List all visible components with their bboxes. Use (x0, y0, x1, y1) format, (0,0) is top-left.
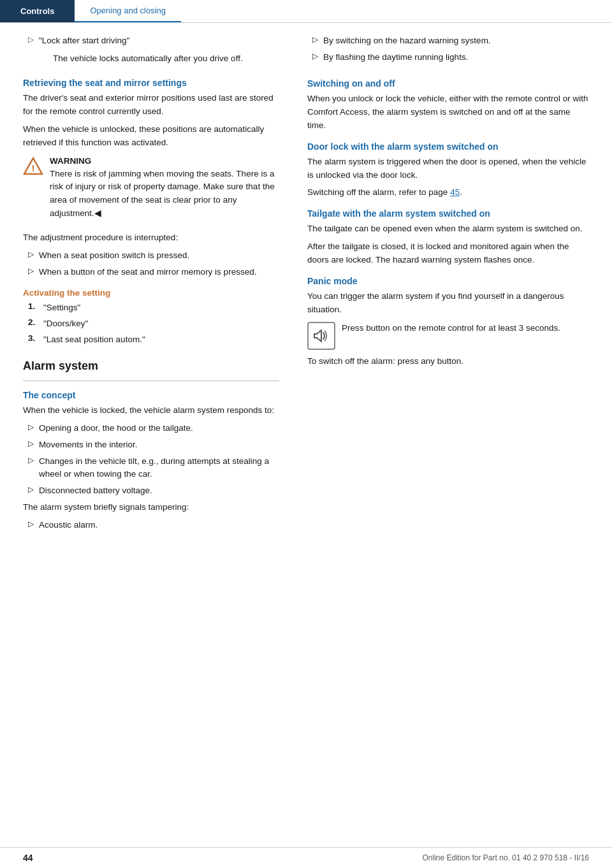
step-1-text: "Settings" (43, 301, 80, 315)
door-lock-page-link[interactable]: 45 (450, 187, 460, 197)
step-2: 2. "Doors/key" (23, 317, 279, 331)
concept-arrow-2-icon: ▷ (28, 456, 34, 465)
warning-triangle-icon: ! (23, 156, 43, 177)
door-lock-switching-off: Switching off the alarm, refer to page 4… (307, 186, 589, 199)
tailgate-body1: The tailgate can be opened even when the… (307, 222, 589, 236)
tampering-bullet-0: ▷ Acoustic alarm. (23, 519, 279, 532)
header-controls-tab: Controls (0, 0, 75, 22)
bullet-seat-switch: ▷ When a seat position switch is pressed… (23, 249, 279, 263)
bullet-arrow-1-icon: ▷ (28, 250, 34, 259)
controls-label: Controls (20, 6, 54, 16)
concept-bullets: ▷ Opening a door, the hood or the tailga… (23, 422, 279, 498)
panic-icon-box (307, 322, 335, 350)
warning-body: There is risk of jamming when moving the… (50, 168, 279, 221)
page-number: 44 (23, 853, 33, 863)
tampering-arrow-0-icon: ▷ (28, 519, 34, 528)
alarm-system-heading: Alarm system (23, 359, 279, 373)
panic-body1: You can trigger the alarm system if you … (307, 290, 589, 317)
step-3: 3. "Last seat position autom." (23, 333, 279, 347)
svg-marker-2 (314, 330, 321, 342)
tampering-label: The alarm system briefly signals tamperi… (23, 501, 279, 514)
retrieving-bullets: ▷ When a seat position switch is pressed… (23, 249, 279, 279)
lock-after-driving-content: "Lock after start driving" The vehicle l… (39, 34, 243, 69)
switching-body: When you unlock or lock the vehicle, eit… (307, 92, 589, 133)
step-3-text: "Last seat position autom." (43, 333, 145, 347)
concept-bullet-2-text: Changes in the vehicle tilt, e.g., durin… (39, 455, 279, 482)
footer-copyright: Online Edition for Part no. 01 40 2 970 … (422, 853, 589, 862)
concept-arrow-0-icon: ▷ (28, 423, 34, 431)
left-column: ▷ "Lock after start driving" The vehicle… (0, 34, 293, 851)
right-arrow-1-icon: ▷ (312, 52, 318, 61)
right-arrow-0-icon: ▷ (312, 35, 318, 44)
step-2-num: 2. (28, 317, 38, 331)
panic-switch-off: To switch off the alarm: press any butto… (307, 355, 589, 368)
concept-heading: The concept (23, 390, 279, 400)
concept-bullet-0: ▷ Opening a door, the hood or the tailga… (23, 422, 279, 435)
step-1: 1. "Settings" (23, 301, 279, 315)
retrieving-body2: When the vehicle is unlocked, these posi… (23, 123, 279, 150)
interrupted-label: The adjustment procedure is interrupted: (23, 231, 279, 245)
right-column: ▷ By switching on the hazard warning sys… (293, 34, 612, 851)
tampering-bullet-0-text: Acoustic alarm. (39, 519, 98, 532)
concept-arrow-1-icon: ▷ (28, 439, 34, 448)
lock-after-driving-bullet: ▷ "Lock after start driving" The vehicle… (23, 34, 279, 69)
page-header: Controls Opening and closing (0, 0, 612, 23)
right-bullet-1-text: By flashing the daytime running lights. (323, 51, 468, 64)
step-3-num: 3. (28, 333, 38, 347)
concept-bullet-0-text: Opening a door, the hood or the tailgate… (39, 422, 193, 435)
door-lock-heading: Door lock with the alarm system switched… (307, 141, 589, 152)
right-bullet-1: ▷ By flashing the daytime running lights… (307, 51, 589, 64)
bullet-seat-switch-text: When a seat position switch is pressed. (39, 249, 189, 263)
speaker-icon (312, 327, 330, 345)
step-2-text: "Doors/key" (43, 317, 88, 331)
concept-body: When the vehicle is locked, the vehicle … (23, 404, 279, 417)
lock-after-driving-desc: The vehicle locks automatically after yo… (39, 52, 243, 66)
svg-text:!: ! (32, 163, 35, 173)
tailgate-heading: Tailgate with the alarm system switched … (307, 208, 589, 219)
warning-content: WARNING There is risk of jamming when mo… (50, 156, 279, 226)
concept-bullet-1-text: Movements in the interior. (39, 438, 138, 452)
concept-bullet-3: ▷ Disconnected battery voltage. (23, 484, 279, 498)
right-bullet-0: ▷ By switching on the hazard warning sys… (307, 34, 589, 48)
door-lock-body1: The alarm system is triggered when the d… (307, 156, 589, 182)
right-bullet-0-text: By switching on the hazard warning syste… (323, 34, 491, 48)
warning-title: WARNING (50, 156, 279, 166)
panic-row: Press button on the remote control for a… (307, 322, 589, 350)
activating-steps: 1. "Settings" 2. "Doors/key" 3. "Last se… (23, 301, 279, 347)
bullet-arrow-2-icon: ▷ (28, 266, 34, 275)
concept-bullet-1: ▷ Movements in the interior. (23, 438, 279, 452)
panic-press-text: Press button on the remote control for a… (342, 322, 560, 335)
alarm-divider (23, 380, 279, 381)
retrieving-heading: Retrieving the seat and mirror settings (23, 78, 279, 88)
concept-arrow-3-icon: ▷ (28, 485, 34, 494)
bullet-memory-button-text: When a button of the seat and mirror mem… (39, 266, 256, 279)
bullet-arrow-icon: ▷ (28, 35, 34, 44)
tailgate-body2: After the tailgate is closed, it is lock… (307, 240, 589, 267)
panic-mode-heading: Panic mode (307, 276, 589, 286)
concept-bullet-2: ▷ Changes in the vehicle tilt, e.g., dur… (23, 455, 279, 482)
page-content: ▷ "Lock after start driving" The vehicle… (0, 23, 612, 851)
header-section-tab: Opening and closing (75, 0, 181, 22)
right-tampering-bullets: ▷ By switching on the hazard warning sys… (307, 34, 589, 64)
warning-box: ! WARNING There is risk of jamming when … (23, 156, 279, 226)
page-footer: 44 Online Edition for Part no. 01 40 2 9… (0, 847, 612, 868)
retrieving-body1: The driver's seat and exterior mirror po… (23, 92, 279, 119)
activating-heading: Activating the setting (23, 288, 279, 298)
section-label: Opening and closing (90, 6, 166, 15)
end-mark: ◀ (94, 208, 101, 218)
step-1-num: 1. (28, 301, 38, 315)
concept-bullet-3-text: Disconnected battery voltage. (39, 484, 152, 498)
lock-after-driving-label: "Lock after start driving" (39, 34, 243, 48)
bullet-memory-button: ▷ When a button of the seat and mirror m… (23, 266, 279, 279)
warning-icon: ! (23, 156, 43, 178)
switching-heading: Switching on and off (307, 78, 589, 89)
